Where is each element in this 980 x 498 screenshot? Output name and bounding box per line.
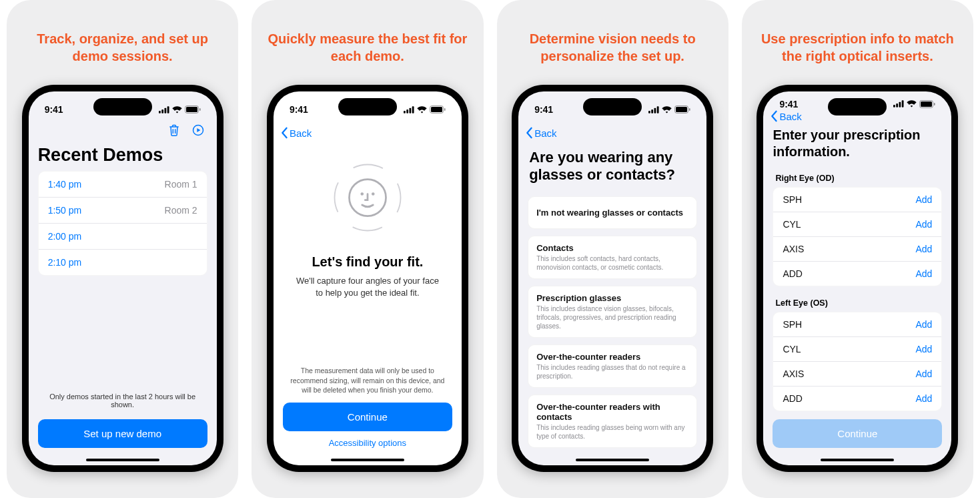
svg-rect-6 [199, 108, 201, 111]
panel-4: Use prescription info to match the right… [742, 0, 973, 498]
option-contacts[interactable]: Contacts This includes soft contacts, ha… [528, 236, 697, 279]
list-item[interactable]: 1:50 pm Room 2 [39, 198, 207, 224]
svg-rect-14 [444, 108, 446, 111]
continue-button[interactable]: Continue [773, 419, 942, 448]
signal-icon [893, 100, 904, 107]
list-item[interactable]: 2:10 pm [39, 250, 207, 275]
option-sub: This includes distance vision glasses, b… [536, 304, 688, 330]
phone-2: 9:41 Back [267, 85, 468, 472]
trash-icon[interactable] [167, 123, 181, 140]
back-button[interactable]: Back [525, 127, 556, 139]
status-time: 9:41 [45, 104, 63, 115]
field-label: SPH [783, 319, 802, 330]
option-sub: This includes reading glasses being worn… [536, 423, 688, 441]
group-label-left: Left Eye (OS) [775, 298, 942, 308]
battery-icon [919, 100, 935, 108]
phone-3: 9:41 Back Are you wearing any glasses or… [512, 85, 713, 472]
back-button[interactable]: Back [770, 110, 801, 122]
dynamic-island [583, 98, 642, 115]
chevron-left-icon [770, 110, 778, 122]
add-button[interactable]: Add [915, 344, 932, 354]
option-sub: This includes soft contacts, hard contac… [536, 254, 688, 272]
option-title: Over-the-counter readers [536, 352, 688, 362]
right-eye-group: SPH Add CYL Add AXIS Add ADD Add [773, 187, 942, 286]
demo-room: Room 1 [165, 179, 197, 190]
svg-rect-0 [159, 110, 161, 113]
back-label: Back [290, 128, 312, 139]
question-title: Are you wearing any glasses or contacts? [528, 149, 697, 184]
option-prescription-glasses[interactable]: Prescription glasses This includes dista… [528, 286, 697, 338]
status-time: 9:41 [290, 104, 308, 115]
option-otc-readers-contacts[interactable]: Over-the-counter readers with contacts T… [528, 395, 697, 448]
svg-point-18 [372, 192, 375, 196]
continue-button[interactable]: Continue [283, 403, 452, 431]
back-label: Back [779, 111, 801, 122]
svg-rect-22 [657, 106, 659, 113]
svg-rect-13 [431, 107, 442, 112]
status-time: 9:41 [779, 99, 798, 109]
svg-rect-27 [897, 104, 899, 108]
add-button[interactable]: Add [915, 319, 932, 330]
add-button[interactable]: Add [915, 244, 932, 254]
panel-3: Determine vision needs to personalize th… [497, 0, 728, 498]
fit-disclaimer: The measurement data will only be used t… [283, 366, 452, 395]
back-button[interactable]: Back [280, 127, 312, 139]
setup-demo-button[interactable]: Set up new demo [38, 419, 207, 448]
caption-4: Use prescription info to match the right… [757, 30, 959, 65]
play-circle-icon[interactable] [191, 123, 205, 140]
svg-rect-32 [934, 103, 935, 105]
dynamic-island [93, 98, 152, 115]
demo-time: 2:10 pm [48, 257, 82, 268]
svg-rect-19 [648, 110, 650, 113]
svg-rect-1 [161, 109, 163, 113]
field-row[interactable]: SPH Add [773, 312, 941, 337]
panel-1: Track, organize, and set up demo session… [7, 0, 238, 498]
accessibility-link[interactable]: Accessibility options [283, 438, 452, 448]
svg-rect-29 [902, 101, 904, 107]
field-row[interactable]: ADD Add [773, 387, 941, 411]
add-button[interactable]: Add [915, 393, 932, 404]
svg-rect-25 [689, 108, 690, 111]
demo-time: 1:40 pm [48, 179, 82, 190]
home-indicator [86, 459, 159, 461]
option-none[interactable]: I'm not wearing glasses or contacts [528, 196, 697, 229]
field-row[interactable]: AXIS Add [773, 362, 941, 387]
add-button[interactable]: Add [915, 219, 932, 230]
svg-rect-5 [186, 107, 197, 112]
svg-rect-31 [921, 101, 932, 107]
field-row[interactable]: ADD Add [773, 262, 941, 286]
add-button[interactable]: Add [915, 194, 932, 205]
back-label: Back [534, 128, 556, 139]
list-item[interactable]: 1:40 pm Room 1 [39, 172, 207, 198]
field-row[interactable]: CYL Add [773, 337, 941, 362]
add-button[interactable]: Add [915, 268, 932, 279]
signal-icon [648, 106, 659, 113]
svg-rect-2 [164, 107, 166, 113]
status-time: 9:41 [534, 104, 553, 115]
footer-note: Only demos started in the last 2 hours w… [38, 386, 207, 415]
left-eye-group: SPH Add CYL Add AXIS Add ADD Add [773, 312, 942, 411]
status-icons [648, 105, 690, 113]
field-row[interactable]: AXIS Add [773, 237, 941, 262]
chevron-left-icon [280, 127, 288, 139]
page-title: Recent Demos [38, 145, 207, 166]
field-row[interactable]: SPH Add [773, 188, 941, 212]
field-label: ADD [783, 268, 803, 279]
status-icons [404, 105, 446, 113]
demo-room: Room 2 [165, 205, 197, 216]
list-item[interactable]: 2:00 pm [39, 224, 207, 250]
status-icons [159, 105, 201, 113]
caption-1: Track, organize, and set up demo session… [21, 30, 223, 65]
svg-rect-24 [676, 107, 687, 112]
field-label: CYL [783, 344, 801, 354]
battery-icon [430, 105, 446, 113]
dynamic-island [338, 98, 397, 115]
battery-icon [674, 105, 690, 113]
option-otc-readers[interactable]: Over-the-counter readers This includes r… [528, 344, 697, 388]
field-row[interactable]: CYL Add [773, 212, 941, 237]
option-sub: This includes reading glasses that do no… [536, 363, 688, 381]
option-title: Contacts [536, 243, 688, 253]
signal-icon [404, 106, 414, 113]
phone-4: 9:41 Back Enter your prescription inform… [757, 85, 958, 472]
add-button[interactable]: Add [915, 368, 932, 379]
